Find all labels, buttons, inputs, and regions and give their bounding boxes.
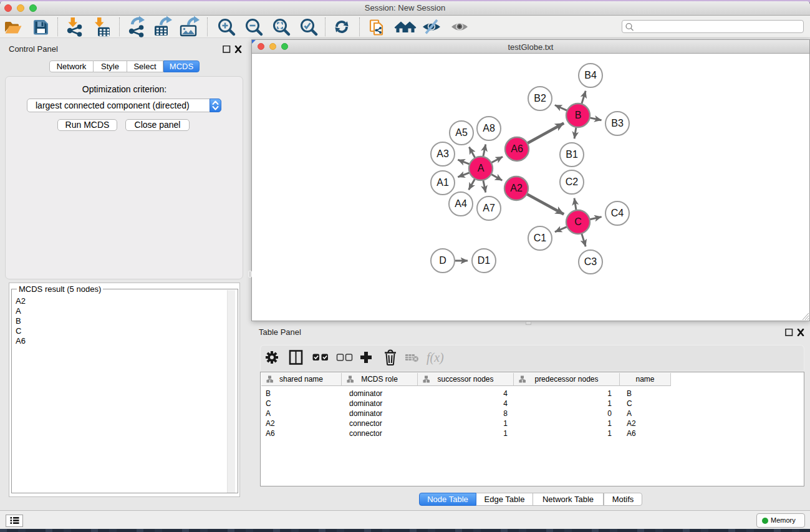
svg-text:A: A: [478, 163, 485, 173]
svg-text:C1: C1: [534, 233, 547, 243]
svg-text:B4: B4: [584, 70, 597, 80]
svg-text:A8: A8: [483, 123, 495, 133]
svg-text:C4: C4: [611, 208, 624, 218]
svg-text:B1: B1: [566, 149, 578, 160]
svg-text:A5: A5: [455, 127, 468, 138]
svg-text:f(x): f(x): [427, 351, 444, 365]
svg-text:A4: A4: [455, 198, 467, 209]
svg-text:D: D: [439, 255, 446, 266]
svg-text:C: C: [574, 216, 582, 227]
svg-text:A1: A1: [436, 177, 449, 188]
svg-text:D1: D1: [478, 255, 491, 266]
svg-text:A2: A2: [510, 183, 523, 193]
svg-text:A7: A7: [483, 203, 495, 213]
svg-text:A3: A3: [436, 148, 449, 159]
svg-text:B2: B2: [534, 93, 546, 104]
svg-text:A6: A6: [511, 143, 523, 154]
svg-text:B: B: [575, 110, 582, 120]
svg-text:C3: C3: [584, 256, 597, 267]
svg-text:C2: C2: [566, 177, 579, 187]
svg-text:B3: B3: [611, 118, 624, 128]
